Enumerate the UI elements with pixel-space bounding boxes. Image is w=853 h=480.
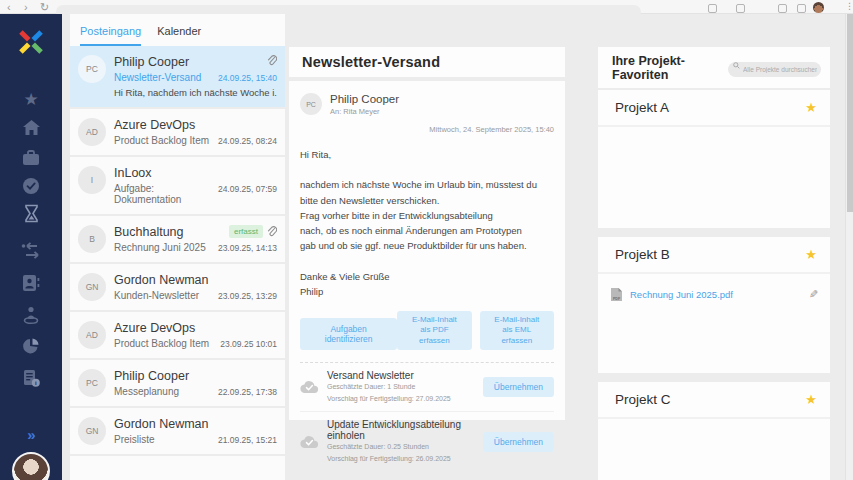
project-name: Projekt B [615,247,670,262]
mail-item[interactable]: GN Gordon Newman Preisliste 21.09.25, 15… [70,408,285,456]
mail-subject: Kunden-Newsletter [114,290,199,301]
browser-extension-icon[interactable] [708,4,717,13]
tab-posteingang[interactable]: Posteingang [80,25,141,46]
sidebar-item-tasks[interactable] [0,177,62,195]
suggestion-title: Versand Newsletter [327,370,475,381]
project-name: Projekt C [615,392,671,407]
page-scrollbar[interactable] [845,14,853,480]
sidebar-item-contacts[interactable] [0,274,62,292]
sender-name: Azure DevOps [114,118,195,132]
mail-item[interactable]: AD Azure DevOps Product Backlog Item 24.… [70,109,285,157]
sidebar-item-home[interactable] [0,119,62,136]
search-icon [733,62,740,69]
sidebar-item-documents[interactable]: i [0,369,62,388]
avatar-initials: PC [78,369,106,397]
inloox-app-window: ‹ › ↻ ⋮ ★ [0,0,853,480]
mail-item[interactable]: GN Gordon Newman Kunden-Newsletter 23.09… [70,264,285,312]
detail-date: Mittwoch, 24. September 2025, 15:40 [300,125,554,134]
sender-name: Philip Cooper [114,55,189,69]
suggestion-duration: Geschätzte Dauer: 0.25 Stunden [327,442,475,453]
favorite-star-icon[interactable]: ★ [805,393,817,406]
browser-download-icon[interactable] [736,4,745,13]
check-circle-icon [22,177,40,195]
mail-item[interactable]: I InLoox Aufgabe: Dokumentation 24.09.25… [70,157,285,216]
sender-name: Gordon Newman [114,273,209,287]
mail-subject: Messeplanung [114,386,179,397]
mail-subject: Newsletter-Versand [114,72,201,83]
sidebar-item-resources[interactable] [0,306,62,325]
browser-tab-search-icon[interactable] [778,4,787,13]
browser-chrome: ‹ › ↻ ⋮ [0,0,853,14]
save-as-eml-button[interactable]: E-Mail-Inhalt als EML erfassen [480,311,554,350]
project-card-b[interactable]: Projekt B ★ PDF Rechnung Juni 2025.pdf ✎ [598,237,830,373]
identify-tasks-button[interactable]: Aufgaben identifizieren [300,318,397,350]
sidebar-expand-button[interactable]: » [0,426,62,443]
file-link[interactable]: Rechnung Juni 2025.pdf [630,289,802,300]
sidebar-item-workflows[interactable] [0,242,62,260]
report-info-icon: i [22,369,41,388]
favorite-star-icon[interactable]: ★ [805,101,817,114]
eml-button-line1: E-Mail-Inhalt [494,315,539,324]
suggestion-duration: Geschätzte Dauer: 1 Stunde [327,382,475,393]
mail-subject: Aufgabe: Dokumentation [114,183,218,205]
sidebar-item-reports[interactable] [0,337,62,355]
avatar-initials: I [78,166,106,194]
svg-text:PDF: PDF [613,297,621,301]
avatar-initials: GN [78,273,106,301]
avatar-initials: PC [300,93,322,115]
browser-profile-avatar[interactable] [813,2,824,13]
favorites-header: Ihre Projekt-Favoriten [598,47,830,88]
suggestion-due-date: Vorschlag für Fertigstellung: 27.09.2025 [327,394,475,405]
mail-date: 24.09.25, 07:59 [218,184,277,194]
tab-kalender[interactable]: Kalender [157,25,201,46]
sidebar-item-favorites[interactable]: ★ [0,89,62,110]
apply-suggestion-button[interactable]: Übernehmen [483,377,554,397]
star-icon: ★ [23,89,38,110]
project-card-a[interactable]: Projekt A ★ [598,90,830,228]
avatar-initials: PC [78,55,106,83]
paperclip-icon [267,55,277,66]
mail-date: 24.09.25, 15:40 [218,73,277,83]
sidebar-item-projects[interactable] [0,150,62,166]
project-file-row: PDF Rechnung Juni 2025.pdf ✎ [598,274,830,315]
browser-back-icon[interactable]: ‹ [7,0,11,14]
mail-item[interactable]: AD Azure DevOps Product Backlog Item 23.… [70,312,285,360]
mail-item[interactable]: PC Philip Cooper Newsletter-Versand 24.0… [70,46,285,109]
suggestion-due-date: Vorschlag für Fertigstellung: 26.09.2025 [327,454,475,465]
scrollbar-thumb[interactable] [847,14,853,212]
mail-date: 23.09.25, 13:29 [218,291,277,301]
browser-window-icon[interactable] [797,4,806,13]
sender-name: Azure DevOps [114,321,195,335]
browser-reload-icon[interactable]: ↻ [40,0,49,14]
browser-menu-icon[interactable]: ⋮ [845,0,853,13]
project-card-c[interactable]: Projekt C ★ [598,382,830,480]
home-icon [22,119,41,136]
mail-detail-title-bar: Newsletter-Versand [289,47,565,77]
avatar-initials: AD [78,118,106,146]
edit-pencil-icon[interactable]: ✎ [809,288,818,301]
apply-suggestion-button[interactable]: Übernehmen [483,432,554,452]
mail-subject: Preisliste [114,434,155,445]
mail-item[interactable]: PC Philip Cooper Messeplanung 22.09.25, … [70,360,285,408]
mail-subject: Product Backlog Item [114,135,209,146]
eml-button-line2: als EML erfassen [501,325,532,344]
sidebar-item-time-tracking[interactable] [0,204,62,223]
favorite-star-icon[interactable]: ★ [805,248,817,261]
avatar-initials: B [78,225,106,253]
pdf-file-icon: PDF [610,287,623,302]
project-search-input[interactable] [728,62,821,77]
user-avatar[interactable] [12,452,50,480]
browser-forward-icon[interactable]: › [24,0,28,14]
task-suggestion-row: Update Entwicklungsabteilung einholen Ge… [300,411,554,471]
save-as-pdf-button[interactable]: E-Mail-Inhalt als PDF erfassen [397,311,471,350]
double-chevron-right-icon: » [27,426,34,443]
project-name: Projekt A [615,100,669,115]
detail-sender-name: Philip Cooper [330,93,399,105]
favorites-title: Ihre Projekt-Favoriten [612,54,728,82]
sender-name: InLoox [114,166,152,180]
mail-subject: Rechnung Juni 2025 [114,242,206,253]
mail-item[interactable]: B Buchhaltung erfasst Rechnung Juni 2025… [70,216,285,264]
mail-date: 23.09.25, 14:13 [218,243,277,253]
pdf-button-line1: E-Mail-Inhalt [412,315,457,324]
inloox-logo[interactable] [0,28,62,56]
